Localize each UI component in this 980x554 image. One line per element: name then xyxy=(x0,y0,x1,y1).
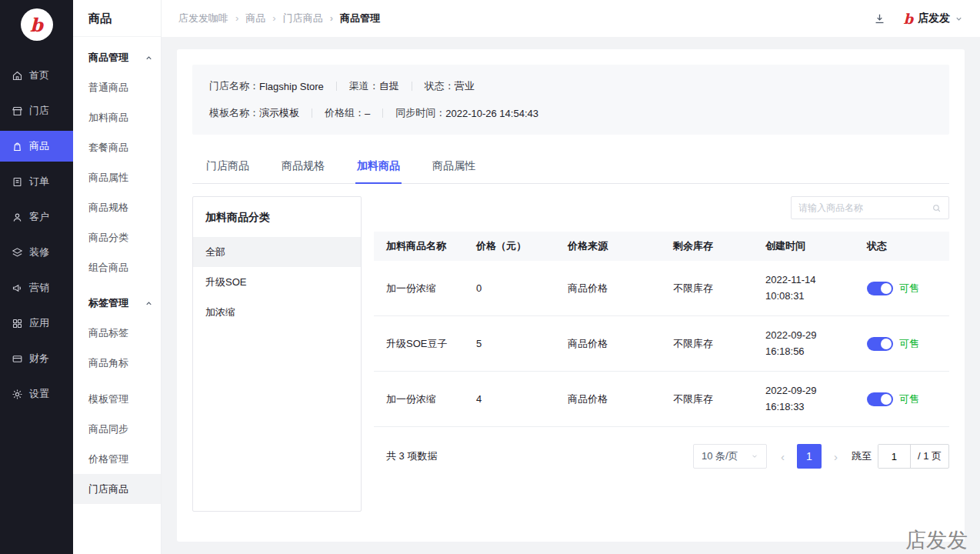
created-date: 2022-09-29 xyxy=(765,328,855,343)
chevron-up-icon xyxy=(145,299,153,308)
addon-stock: 不限库存 xyxy=(661,392,753,406)
submenu-item-bundle-product[interactable]: 组合商品 xyxy=(73,252,161,282)
tab-store-product[interactable]: 门店商品 xyxy=(205,149,251,183)
submenu-item-product-sync[interactable]: 商品同步 xyxy=(73,414,161,444)
search-input[interactable] xyxy=(798,202,932,213)
addon-status: 可售 xyxy=(855,337,949,351)
submenu-group-product-management[interactable]: 商品管理 xyxy=(73,43,161,72)
submenu-item-product-category[interactable]: 商品分类 xyxy=(73,222,161,252)
column-header-price: 价格（元） xyxy=(464,239,555,253)
nav-item-home[interactable]: 首页 xyxy=(0,60,73,91)
submenu-item-store-product[interactable]: 门店商品 xyxy=(73,474,161,504)
breadcrumb-item[interactable]: 门店商品 xyxy=(265,12,322,25)
breadcrumb-item[interactable]: 店发发咖啡 xyxy=(178,12,228,25)
table-row: 加一份浓缩 0 商品价格 不限库存 2022-11-14 10:08:31 可售 xyxy=(374,261,949,316)
app-logo[interactable]: b xyxy=(0,0,73,49)
submenu-group-tag-management[interactable]: 标签管理 xyxy=(73,289,161,318)
status-badge: 可售 xyxy=(899,392,919,406)
nav-item-apps[interactable]: 应用 xyxy=(0,308,73,339)
addon-name: 升级SOE豆子 xyxy=(374,337,464,351)
category-item-upgrade-soe[interactable]: 升级SOE xyxy=(193,267,361,297)
column-header-created: 创建时间 xyxy=(753,239,855,253)
tab-product-attribute[interactable]: 商品属性 xyxy=(431,149,477,183)
submenu-item-combo-meal[interactable]: 套餐商品 xyxy=(73,132,161,162)
submenu-item-product-badge[interactable]: 商品角标 xyxy=(73,348,161,378)
tab-content: 加料商品分类 全部 升级SOE 加浓缩 xyxy=(192,196,949,512)
prev-page-button[interactable]: ‹ xyxy=(778,448,788,466)
addon-price-source: 商品价格 xyxy=(555,337,661,351)
settings-icon xyxy=(12,389,23,400)
column-header-status: 状态 xyxy=(855,239,949,253)
submenu-item-product-attribute[interactable]: 商品属性 xyxy=(73,162,161,192)
addon-created-time: 2022-09-29 16:18:33 xyxy=(753,383,855,414)
sync-time-value: 2022-10-26 14:54:43 xyxy=(445,108,538,119)
info-row: 门店名称： Flagship Store 渠道： 自提 状态： 营业 xyxy=(209,79,932,93)
nav-item-marketing[interactable]: 营销 xyxy=(0,272,73,303)
created-date: 2022-09-29 xyxy=(765,383,855,399)
column-header-name: 加料商品名称 xyxy=(374,239,464,253)
brand-logo-icon: b xyxy=(903,11,913,27)
addon-category-panel: 加料商品分类 全部 升级SOE 加浓缩 xyxy=(192,196,362,512)
nav-item-customer[interactable]: 客户 xyxy=(0,202,73,232)
addon-stock: 不限库存 xyxy=(661,282,753,295)
submenu-item-template-management[interactable]: 模板管理 xyxy=(73,384,161,414)
finance-icon xyxy=(12,353,23,365)
topbar: 店发发咖啡 商品 门店商品 商品管理 b 店发发 xyxy=(162,0,980,37)
nav-item-decorate[interactable]: 装修 xyxy=(0,237,73,268)
status-toggle[interactable] xyxy=(867,337,893,351)
category-panel-title: 加料商品分类 xyxy=(193,208,361,237)
tab-addon-product[interactable]: 加料商品 xyxy=(355,149,402,183)
nav-item-label: 客户 xyxy=(29,210,49,224)
logo-circle: b xyxy=(21,8,53,41)
addon-name: 加一份浓缩 xyxy=(374,282,464,295)
status-toggle[interactable] xyxy=(867,282,893,295)
current-page-button[interactable]: 1 xyxy=(797,444,822,469)
tab-product-spec[interactable]: 商品规格 xyxy=(280,149,326,183)
submenu-item-price-management[interactable]: 价格管理 xyxy=(73,444,161,474)
status-toggle[interactable] xyxy=(867,392,893,406)
nav-item-label: 订单 xyxy=(29,175,49,189)
download-icon xyxy=(873,12,886,25)
submenu-item-product-tag[interactable]: 商品标签 xyxy=(73,318,161,348)
category-item-all[interactable]: 全部 xyxy=(193,237,361,267)
total-count-text: 共 3 项数据 xyxy=(374,449,437,463)
nav-item-product[interactable]: 商品 xyxy=(0,131,73,162)
nav-item-settings[interactable]: 设置 xyxy=(0,379,73,409)
jump-page-input[interactable] xyxy=(878,445,911,468)
nav-item-label: 商品 xyxy=(29,139,49,153)
submenu-item-addon-product[interactable]: 加料商品 xyxy=(73,102,161,132)
pagination: 10 条/页 ‹ 1 › 跳至 xyxy=(693,444,949,469)
column-header-stock: 剩余库存 xyxy=(661,239,753,253)
breadcrumb: 店发发咖啡 商品 门店商品 商品管理 xyxy=(178,12,380,25)
addon-price-source: 商品价格 xyxy=(555,282,661,295)
nav-item-store[interactable]: 门店 xyxy=(0,95,73,126)
divider xyxy=(412,82,412,91)
breadcrumb-item[interactable]: 商品 xyxy=(228,12,265,25)
tab-bar: 门店商品 商品规格 加料商品 商品属性 xyxy=(192,149,949,184)
account-menu[interactable]: b 店发发 xyxy=(903,11,963,27)
download-button[interactable] xyxy=(873,12,886,25)
page-size-select[interactable]: 10 条/页 xyxy=(693,444,767,469)
submenu-group-label: 商品管理 xyxy=(88,51,128,65)
jump-label: 跳至 xyxy=(852,449,872,463)
template-name-label: 模板名称： xyxy=(209,106,259,120)
nav-item-label: 设置 xyxy=(29,387,49,401)
table-row: 升级SOE豆子 5 商品价格 不限库存 2022-09-29 16:18:56 … xyxy=(374,316,949,372)
table-footer: 共 3 项数据 10 条/页 ‹ 1 › xyxy=(374,444,949,469)
info-row: 模板名称： 演示模板 价格组： – 同步时间： 2022-10-26 14:54… xyxy=(209,106,932,120)
nav-item-finance[interactable]: 财务 xyxy=(0,343,73,374)
created-time: 16:18:56 xyxy=(765,344,855,359)
next-page-button[interactable]: › xyxy=(831,448,841,466)
status-badge: 可售 xyxy=(899,282,919,295)
submenu-item-product-spec[interactable]: 商品规格 xyxy=(73,192,161,222)
addon-price: 0 xyxy=(464,282,555,294)
decorate-icon xyxy=(12,247,23,259)
status-badge: 可售 xyxy=(899,337,919,351)
addon-name: 加一份浓缩 xyxy=(374,392,464,406)
primary-sidebar: b 首页 门店 商品 订单 客户 装修 营销 xyxy=(0,0,73,554)
category-item-extra-espresso[interactable]: 加浓缩 xyxy=(193,297,361,327)
nav-item-order[interactable]: 订单 xyxy=(0,166,73,197)
search-icon[interactable] xyxy=(932,203,942,213)
nav-item-label: 门店 xyxy=(29,104,49,118)
submenu-item-normal-product[interactable]: 普通商品 xyxy=(73,72,161,102)
